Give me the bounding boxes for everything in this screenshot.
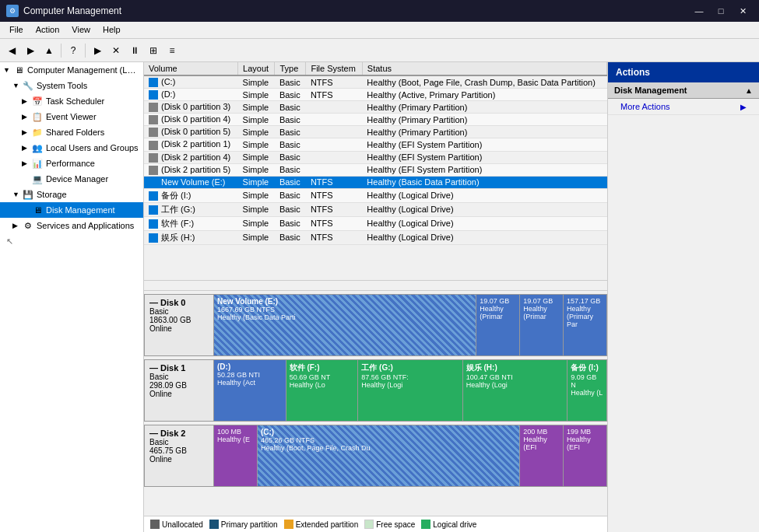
disk-size: 1863.00 GB [149, 316, 209, 324]
partition-size: 50.69 GB NT [290, 373, 355, 381]
list-button[interactable]: ≡ [163, 42, 181, 59]
menu-file[interactable]: File [3, 23, 30, 37]
partition-status: Healthy (Boot, Page File, Crash Du [261, 444, 516, 452]
table-row[interactable]: New Volume (E:) Simple Basic NTFS Health… [144, 176, 607, 188]
expand-icon-services[interactable]: ▶ [12, 222, 22, 229]
sidebar-item-local-users[interactable]: ▶ 👥 Local Users and Groups [0, 140, 143, 156]
sidebar-item-device-manager[interactable]: 💻 Device Manager [0, 171, 143, 187]
table-row[interactable]: 工作 (G:) Simple Basic NTFS Healthy (Logic… [144, 202, 607, 216]
sidebar-item-performance[interactable]: ▶ 📊 Performance [0, 156, 143, 171]
partition-label: 备份 (I:) [571, 362, 603, 373]
local-users-icon: 👥 [31, 142, 44, 154]
maximize-button[interactable]: □ [711, 3, 731, 19]
cell-volume: New Volume (E:) [144, 176, 238, 188]
legend-extended-box [284, 520, 293, 529]
sidebar-item-services[interactable]: ▶ ⚙ Services and Applications [0, 218, 143, 233]
table-row[interactable]: (D:) Simple Basic NTFS Healthy (Active, … [144, 89, 607, 101]
tree-storage[interactable]: ▼ 💾 Storage [0, 187, 143, 202]
expand-icon-perf[interactable]: ▶ [22, 159, 31, 167]
partition-status: Healthy (Logi [361, 381, 459, 389]
expand-icon-task[interactable]: ▶ [22, 97, 31, 105]
disk-partition[interactable]: (C:) 465.26 GB NTFS Healthy (Boot, Page … [258, 425, 520, 486]
cell-layout: Simple [238, 114, 275, 126]
menu-view[interactable]: View [65, 23, 97, 37]
minimize-button[interactable]: — [689, 3, 709, 19]
legend-unallocated: Unallocated [150, 520, 203, 529]
show-button[interactable]: ▶ [89, 42, 106, 59]
table-row[interactable]: 娱乐 (H:) Simple Basic NTFS Healthy (Logic… [144, 230, 607, 244]
col-status: Status [362, 62, 606, 75]
pause-button[interactable]: ⏸ [126, 42, 143, 59]
table-row[interactable]: (Disk 2 partition 5) Simple Basic Health… [144, 163, 607, 176]
tree-root-label: Computer Management (Local [27, 65, 140, 75]
disk-visual-area: — Disk 0 Basic 1863.00 GB Online New Vol… [144, 291, 607, 516]
cell-type: Basic [275, 151, 306, 163]
table-row[interactable]: 备份 (I:) Simple Basic NTFS Healthy (Logic… [144, 188, 607, 202]
tree-storage-label: Storage [37, 190, 67, 199]
table-row[interactable]: (C:) Simple Basic NTFS Healthy (Boot, Pa… [144, 75, 607, 89]
actions-section[interactable]: Disk Management ▲ [608, 82, 759, 99]
table-row[interactable]: (Disk 0 partition 5) Simple Basic Health… [144, 126, 607, 138]
tree-system-tools[interactable]: ▼ 🔧 System Tools [0, 78, 143, 93]
h-scrollbar[interactable] [144, 280, 607, 291]
disk-partition[interactable]: New Volume (E:) 1667.69 GB NTFS Healthy … [214, 295, 476, 355]
partition-size: 1667.69 GB NTFS [217, 306, 473, 313]
sidebar-item-shared-folders[interactable]: ▶ 📁 Shared Folders [0, 124, 143, 140]
disk-partition[interactable]: (D:) 50.28 GB NTI Healthy (Act [214, 360, 286, 421]
cell-status: Healthy (Active, Primary Partition) [362, 89, 606, 101]
expand-icon-event[interactable]: ▶ [22, 113, 31, 121]
disk-type: Basic [149, 307, 209, 316]
back-button[interactable]: ◀ [3, 42, 20, 59]
cell-layout: Simple [238, 216, 275, 230]
table-row[interactable]: 软件 (F:) Simple Basic NTFS Healthy (Logic… [144, 216, 607, 230]
disk-partition[interactable]: 100 MB Healthy (E [214, 425, 258, 486]
menu-action[interactable]: Action [30, 23, 66, 37]
table-row[interactable]: (Disk 2 partition 1) Simple Basic Health… [144, 138, 607, 151]
help-button[interactable]: ? [65, 42, 82, 59]
sidebar-item-disk-management[interactable]: 🖥 Disk Management [0, 202, 143, 218]
table-row[interactable]: (Disk 2 partition 4) Simple Basic Health… [144, 151, 607, 163]
disk-partition[interactable]: 19.07 GB Healthy (Primar [520, 295, 564, 355]
stop-button[interactable]: ✕ [107, 42, 125, 59]
disk-partition[interactable]: 备份 (I:) 9.09 GB N Healthy (L [567, 360, 606, 421]
disk-partition[interactable]: 软件 (F:) 50.69 GB NT Healthy (Lo [286, 360, 359, 421]
cell-volume: 备份 (I:) [144, 188, 238, 202]
expand-icon-users[interactable]: ▶ [22, 144, 31, 152]
disk-partition[interactable]: 200 MB Healthy (EFI [520, 425, 564, 486]
sidebar-item-event-viewer[interactable]: ▶ 📋 Event Viewer [0, 109, 143, 124]
disk-partition[interactable]: 工作 (G:) 87.56 GB NTF: Healthy (Logi [358, 360, 462, 421]
menu-help[interactable]: Help [97, 23, 127, 37]
expand-icon-shared[interactable]: ▶ [22, 128, 31, 136]
expand-icon-storage[interactable]: ▼ [12, 191, 22, 198]
cell-type: Basic [275, 101, 306, 114]
forward-button[interactable]: ▶ [22, 42, 39, 59]
table-row[interactable]: (Disk 0 partition 4) Simple Basic Health… [144, 114, 607, 126]
grid-button[interactable]: ⊞ [145, 42, 162, 59]
legend-primary-label: Primary partition [221, 520, 278, 529]
more-actions-button[interactable]: More Actions ▶ [608, 99, 759, 115]
disk-partitions: New Volume (E:) 1667.69 GB NTFS Healthy … [214, 294, 607, 356]
right-panel: Actions Disk Management ▲ More Actions ▶ [607, 62, 759, 532]
expand-icon[interactable]: ▼ [3, 66, 12, 74]
sidebar-item-task-scheduler[interactable]: ▶ 📅 Task Scheduler [0, 93, 143, 109]
cell-layout: Simple [238, 188, 275, 202]
disk-partition[interactable]: 19.07 GB Healthy (Primar [476, 295, 520, 355]
cell-layout: Simple [238, 138, 275, 151]
disk-partition[interactable]: 娱乐 (H:) 100.47 GB NTI Healthy (Logi [463, 360, 567, 421]
partition-status: Healthy (Primary Par [567, 305, 603, 328]
up-button[interactable]: ▲ [40, 42, 58, 59]
window-controls[interactable]: — □ ✕ [689, 3, 753, 19]
partition-label: 娱乐 (H:) [466, 362, 564, 373]
volume-table[interactable]: Volume Layout Type File System Status (C… [144, 62, 607, 280]
close-button[interactable]: ✕ [733, 3, 753, 19]
table-row[interactable]: (Disk 0 partition 3) Simple Basic Health… [144, 101, 607, 114]
disk-partition[interactable]: 199 MB Healthy (EFI [564, 425, 606, 486]
cell-volume: 工作 (G:) [144, 202, 238, 216]
tree-local-users-label: Local Users and Groups [46, 143, 139, 152]
cell-type: Basic [275, 163, 306, 176]
device-manager-icon: 💻 [31, 173, 44, 185]
tree-root[interactable]: ▼ 🖥 Computer Management (Local [0, 62, 143, 78]
expand-icon-system[interactable]: ▼ [12, 82, 22, 89]
legend-logical-label: Logical drive [433, 520, 476, 529]
disk-partition[interactable]: 157.17 GB Healthy (Primary Par [564, 295, 606, 355]
